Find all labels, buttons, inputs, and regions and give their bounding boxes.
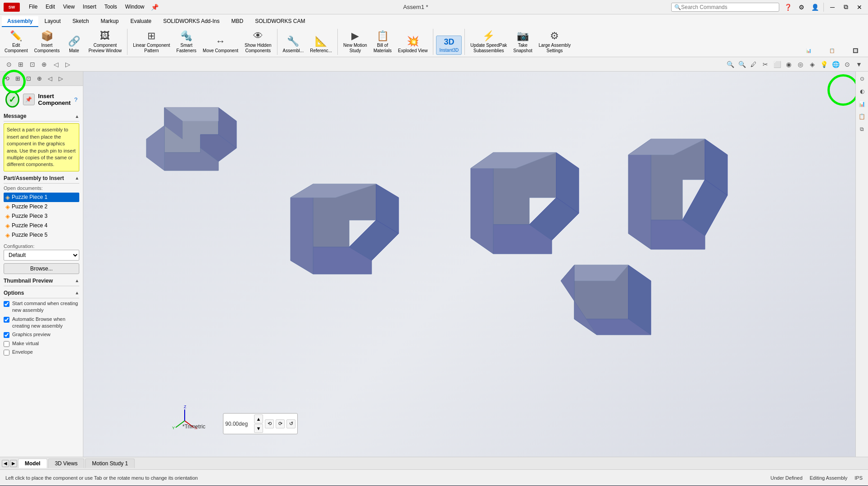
tab-3d-views[interactable]: 3D Views	[48, 459, 84, 468]
close-button[interactable]: ✕	[854, 2, 864, 12]
apply-view-btn[interactable]: ▼	[854, 59, 864, 70]
display-style-btn[interactable]: ◉	[783, 59, 794, 70]
right-panel-2[interactable]: 📋	[821, 47, 843, 55]
linear-pattern-button[interactable]: ⊞ Linear ComponentPattern	[130, 29, 173, 55]
tab-layout[interactable]: Layout	[39, 16, 66, 27]
doc-item-2[interactable]: ◈ Puzzle Piece 2	[4, 202, 79, 212]
menu-file[interactable]: File	[25, 2, 41, 12]
option-start-cmd-checkbox[interactable]	[4, 301, 9, 307]
tab-assembly[interactable]: Assembly	[2, 16, 38, 27]
scene-btn[interactable]: 🌐	[830, 59, 841, 70]
menu-view[interactable]: View	[59, 2, 78, 12]
right-panel-1[interactable]: 📊	[798, 47, 819, 55]
menu-edit[interactable]: Edit	[42, 2, 59, 12]
user-button[interactable]: 👤	[810, 2, 820, 12]
tab-evaluate[interactable]: Evaluate	[125, 16, 157, 27]
panel-tool-4[interactable]: ⊕	[34, 74, 44, 84]
parts-section-header[interactable]: Part/Assembly to Insert ▲	[4, 173, 79, 184]
grid-btn[interactable]: ⊞	[15, 59, 26, 70]
rotation-up-btn[interactable]: ▲	[254, 414, 263, 423]
panel-tool-6[interactable]: ▷	[56, 74, 66, 84]
zoom-box-btn[interactable]: 🔍	[736, 59, 747, 70]
help-button[interactable]: ❓	[783, 2, 793, 12]
settings-button[interactable]: ⚙	[796, 2, 806, 12]
right-sidebar-btn-5[interactable]: ⧉	[857, 124, 868, 135]
edit-app-btn[interactable]: ◈	[807, 59, 818, 70]
right-sidebar-btn-3[interactable]: 📊	[857, 99, 868, 109]
right-sidebar-btn-4[interactable]: 📋	[857, 111, 868, 122]
ok-button[interactable]: ✓	[5, 91, 19, 108]
menu-insert[interactable]: Insert	[79, 2, 100, 12]
tab-markup[interactable]: Markup	[95, 16, 124, 27]
tab-next-btn[interactable]: ▶	[10, 460, 17, 467]
right-sidebar-btn-1[interactable]: ⊙	[857, 73, 868, 84]
rotation-down-btn[interactable]: ▼	[254, 424, 263, 433]
pan-btn[interactable]: 🖊	[748, 59, 759, 70]
message-section-header[interactable]: Message ▲	[4, 111, 79, 122]
tab-motion-study-1[interactable]: Motion Study 1	[85, 459, 135, 468]
lights-btn[interactable]: 💡	[818, 59, 829, 70]
help-button[interactable]: ?	[74, 96, 77, 103]
bill-of-materials-button[interactable]: 📋 Bill ofMaterials	[371, 29, 395, 55]
tab-solidworks-cam[interactable]: SOLIDWORKS CAM	[250, 16, 310, 27]
panel-tool-1[interactable]: ⟲	[2, 74, 12, 84]
pin-icon[interactable]: 📌	[149, 2, 160, 12]
large-assembly-button[interactable]: ⚙ Large AssemblySettings	[536, 29, 573, 55]
section-view-btn[interactable]: ⬜	[772, 59, 782, 70]
tab-solidworks-addins[interactable]: SOLIDWORKS Add-Ins	[158, 16, 225, 27]
tab-model[interactable]: Model	[18, 459, 47, 468]
panel-tool-3[interactable]: ⊡	[23, 74, 33, 84]
config-select[interactable]: Default	[4, 250, 79, 261]
rotate-btn[interactable]: ✂	[760, 59, 771, 70]
restore-button[interactable]: ⧉	[841, 2, 851, 12]
minimize-button[interactable]: ─	[827, 2, 837, 12]
update-speedpak-button[interactable]: ⚡ Update SpeedPakSubassemblies	[468, 29, 509, 55]
doc-item-4[interactable]: ◈ Puzzle Piece 4	[4, 221, 79, 230]
mate-button[interactable]: 🔗 Mate	[63, 34, 85, 55]
push-pin-button[interactable]: 📌	[23, 94, 35, 105]
option-make-virtual-checkbox[interactable]	[4, 341, 9, 347]
next-view-btn[interactable]: ▷	[62, 59, 73, 70]
browse-button[interactable]: Browse...	[4, 263, 79, 274]
move-component-button[interactable]: ↔️ Move Component	[200, 34, 241, 55]
right-sidebar-btn-2[interactable]: ◐	[857, 86, 868, 97]
option-graphics-preview-checkbox[interactable]	[4, 332, 9, 338]
tab-sketch[interactable]: Sketch	[67, 16, 95, 27]
assembly-button[interactable]: 🔧 Assembl...	[280, 34, 307, 55]
reference-button[interactable]: 📐 Referenc...	[307, 34, 335, 55]
menu-window[interactable]: Window	[122, 2, 148, 12]
show-hidden-button[interactable]: 👁 Show HiddenComponents	[242, 29, 274, 55]
hide-show-btn[interactable]: ◎	[795, 59, 806, 70]
component-preview-button[interactable]: 🖼 ComponentPreview Window	[86, 29, 124, 55]
rotation-preset-3-btn[interactable]: ↺	[286, 419, 295, 428]
tab-mbd[interactable]: MBD	[226, 16, 249, 27]
view-settings-btn[interactable]: ⊙	[842, 59, 853, 70]
rotation-preset-2-btn[interactable]: ⟳	[276, 419, 285, 428]
exploded-view-button[interactable]: 💥 Exploded View	[395, 34, 431, 55]
instant3d-button[interactable]: 3D Instant3D	[436, 36, 462, 55]
doc-item-5[interactable]: ◈ Puzzle Piece 5	[4, 230, 79, 240]
thumbnail-section-header[interactable]: Thumbnail Preview ▲	[4, 276, 79, 286]
origin-btn[interactable]: ⊕	[39, 59, 50, 70]
options-section-header[interactable]: Options ▲	[4, 288, 79, 298]
tab-prev-btn[interactable]: ◀	[2, 460, 9, 467]
menu-tools[interactable]: Tools	[101, 2, 121, 12]
doc-item-1[interactable]: ◈ Puzzle Piece 1	[4, 193, 79, 202]
take-snapshot-button[interactable]: 📷 TakeSnapshot	[510, 29, 535, 55]
option-auto-browse-checkbox[interactable]	[4, 317, 9, 323]
search-commands-box[interactable]: 🔍	[671, 3, 779, 12]
insert-components-button[interactable]: 📦 InsertComponents	[32, 29, 63, 55]
right-panel-3[interactable]: 🔲	[845, 47, 866, 55]
panel-tool-2[interactable]: ⊞	[13, 74, 23, 84]
rotation-preset-1-btn[interactable]: ⟲	[265, 419, 274, 428]
new-motion-study-button[interactable]: ▶ New MotionStudy	[341, 29, 370, 55]
search-commands-input[interactable]	[681, 4, 771, 10]
option-envelope-checkbox[interactable]	[4, 350, 9, 356]
view-rect-btn[interactable]: ⊡	[27, 59, 38, 70]
panel-tool-5[interactable]: ◁	[45, 74, 55, 84]
edit-component-button[interactable]: ✏️ EditComponent	[2, 29, 31, 55]
doc-item-3[interactable]: ◈ Puzzle Piece 3	[4, 212, 79, 221]
canvas[interactable]: X Y Z *Trimetric 90.00deg ▲ ▼ ⟲ ⟳ ↺ ⊙ ◐ …	[83, 72, 868, 457]
prev-view-btn[interactable]: ◁	[50, 59, 61, 70]
view-orientation-btn[interactable]: ⊙	[4, 59, 14, 70]
